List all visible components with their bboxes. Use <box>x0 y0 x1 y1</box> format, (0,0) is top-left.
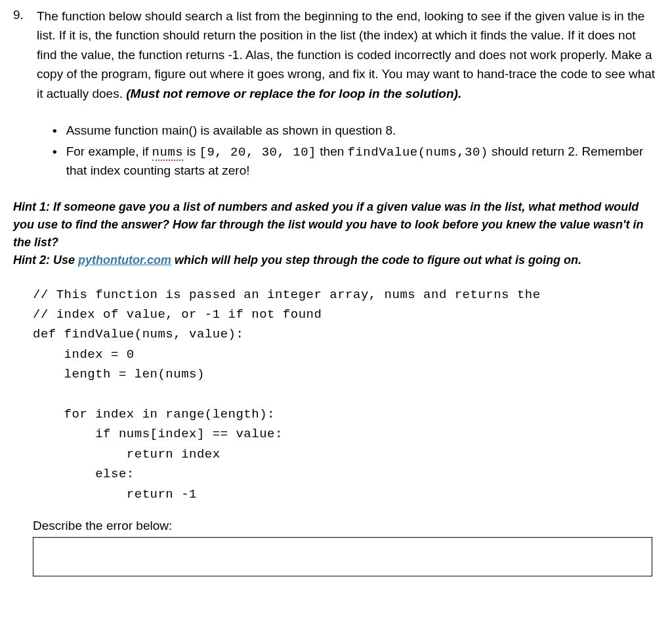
bullet-dot-icon: • <box>52 121 57 140</box>
code-line: // index of value, or -1 if not found <box>33 307 322 322</box>
hints-section: Hint 1: If someone gave you a list of nu… <box>13 198 659 269</box>
b2-mid1: is <box>183 144 199 158</box>
b2-list: [9, 20, 30, 10] <box>199 145 316 160</box>
answer-box[interactable] <box>33 537 652 576</box>
hint-2-link[interactable]: pythontutor.com <box>78 253 171 267</box>
question-text-emphasis: (Must not remove or replace the for loop… <box>126 87 461 100</box>
describe-label: Describe the error below: <box>13 519 659 533</box>
code-line: return index <box>33 447 220 462</box>
question-text: The function below should search a list … <box>37 7 659 103</box>
bullet-list: • Assume function main() is available as… <box>37 121 659 181</box>
code-line: else: <box>33 467 135 481</box>
code-line: return -1 <box>33 487 197 502</box>
b2-call: findValue(nums,30) <box>348 145 488 160</box>
bullet-text-1: Assume function main() is available as s… <box>66 121 659 140</box>
bullet-item: • For example, if nums is [9, 20, 30, 10… <box>52 142 659 181</box>
question-number: 9. <box>13 7 26 183</box>
code-line: // This function is passed an integer ar… <box>33 288 541 302</box>
question-container: 9. The function below should search a li… <box>13 7 659 183</box>
hint-2-pre: Hint 2: Use <box>13 253 78 267</box>
b2-nums-word: nums <box>152 145 184 161</box>
code-line: index = 0 <box>33 347 135 362</box>
b2-pre: For example, if <box>66 144 152 158</box>
code-line: def findValue(nums, value): <box>33 327 243 341</box>
question-body: The function below should search a list … <box>37 7 659 183</box>
bullet-item: • Assume function main() is available as… <box>52 121 659 140</box>
bullet-dot-icon: • <box>52 142 57 181</box>
b2-mid2: then <box>316 144 348 158</box>
hint-1: Hint 1: If someone gave you a list of nu… <box>13 198 659 251</box>
code-line: length = len(nums) <box>33 367 205 381</box>
code-block: // This function is passed an integer ar… <box>13 285 659 504</box>
hint-2-post: which will help you step through the cod… <box>171 253 581 267</box>
hint-2: Hint 2: Use pythontutor.com which will h… <box>13 251 659 269</box>
code-line: for index in range(length): <box>33 407 275 421</box>
code-line: if nums[index] == value: <box>33 427 283 441</box>
bullet-text-2: For example, if nums is [9, 20, 30, 10] … <box>66 142 659 181</box>
